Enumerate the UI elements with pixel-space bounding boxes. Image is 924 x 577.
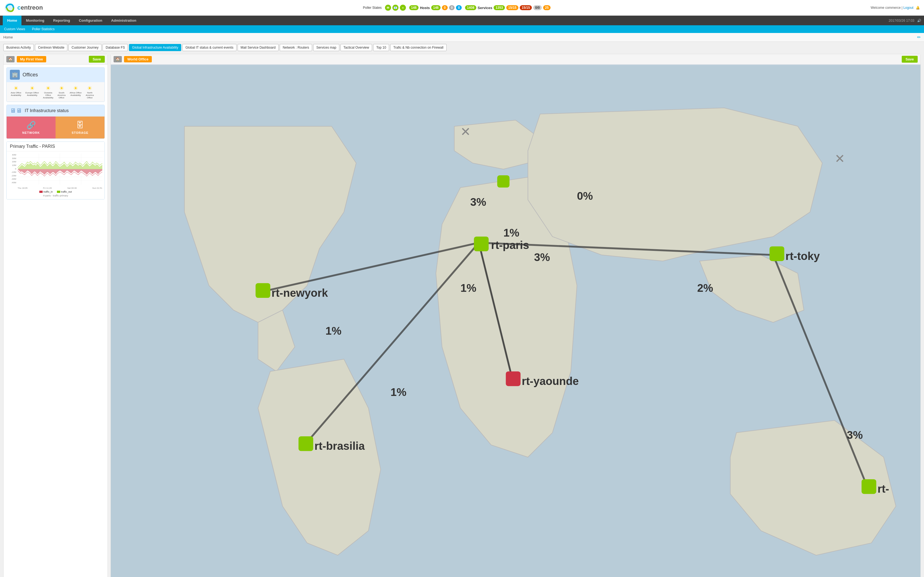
hosts-total-badge: 146 [409, 5, 418, 10]
svg-text:3%: 3% [534, 251, 550, 263]
right-panel-title: World Office [124, 56, 152, 62]
poller-dot-3: ≡ [400, 5, 406, 11]
svg-text:1%: 1% [460, 282, 476, 294]
traffic-title: Primary Traffic - PARIS [10, 144, 55, 149]
offices-widget: 🏢 Offices ☀ Asia OfficeAvailability ☀ Eu… [6, 67, 105, 102]
svg-text:3%: 3% [847, 429, 863, 441]
svg-text:2%: 2% [697, 282, 713, 294]
svg-text:✕: ✕ [835, 152, 845, 165]
logo-text: centreon [17, 4, 43, 11]
office-oceania-icon: ☀ [46, 85, 51, 92]
svg-text:rt-toky: rt-toky [785, 250, 820, 263]
right-panel-save-btn[interactable]: Save [902, 56, 918, 63]
services-green-badge: 1353 [494, 5, 505, 10]
hosts-red-badge: 0 [449, 5, 455, 10]
tab-global-infra[interactable]: Global Infrastructure Availability [129, 44, 181, 51]
office-sa-icon: ☀ [59, 85, 64, 92]
chart-container: 40M 30M 20M 10M 0 -10M -20M -30M -40M [9, 153, 102, 189]
tab-services-map[interactable]: Services map [313, 44, 339, 51]
hosts-blue-badge: 0 [456, 5, 462, 10]
subnav-poller-stats[interactable]: Poller Statistics [31, 27, 56, 32]
services-orange2-badge: 15/15 [520, 5, 532, 10]
logo-icon [4, 2, 15, 13]
office-south-america: ☀ SouthAmericaOffice [58, 85, 65, 99]
tab-network-routers[interactable]: Network : Routers [279, 44, 312, 51]
main-nav: Home Monitoring Reporting Configuration … [0, 16, 924, 25]
it-infra-header: 🖥🖥 IT Infrastructure status [6, 105, 105, 116]
tab-tactical-overview[interactable]: Tactical Overview [341, 44, 372, 51]
chart-svg [18, 153, 102, 185]
main-content: 🏠 My First View Save 🏢 Offices ☀ Asia Of… [0, 51, 924, 577]
office-africa: ☀ Africa OfficeAvailability [69, 85, 81, 99]
bell-icon[interactable]: 🔔 [916, 6, 920, 10]
top-header: centreon Poller States ✉ 📧 ≡ 146 Hosts 1… [0, 0, 924, 16]
network-label: NETWORK [22, 131, 40, 134]
tab-database-fs[interactable]: Database FS [103, 44, 128, 51]
tab-mail-service[interactable]: Mail Service Dashboard [237, 44, 279, 51]
world-map-svg: rt-newyork rt-brasilia rt-paris rt-yaoun… [111, 64, 921, 577]
subnav-custom-views[interactable]: Custom Views [3, 27, 26, 32]
tab-global-it-status[interactable]: Global IT status & current events [183, 44, 236, 51]
nav-reporting[interactable]: Reporting [48, 16, 74, 25]
left-panel-save-btn[interactable]: Save [89, 56, 105, 63]
chart-x-labels: Thu 18:05 Fri 11:20 Sat 06:36 Sun 01:51 [18, 187, 102, 189]
svg-text:rt-: rt- [877, 483, 889, 495]
chart-legend: traffic_in traffic_out [9, 189, 102, 194]
left-panel: 🏠 My First View Save 🏢 Offices ☀ Asia Of… [3, 54, 108, 577]
office-na-label: NorthAmericaOffice [86, 92, 94, 99]
it-box-storage[interactable]: 🗄 STORAGE [55, 116, 105, 139]
tab-traffic-firewall[interactable]: Trafic & Nb connection on Firewall [390, 44, 446, 51]
svg-text:rt-paris: rt-paris [491, 239, 529, 251]
storage-icon: 🗄 [76, 121, 84, 130]
user-info: Welcome commerce | Logout 🔔 [871, 6, 920, 10]
nav-datetime: 2017/03/26 17:03 [889, 19, 914, 23]
traffic-header: Primary Traffic - PARIS [6, 142, 105, 152]
office-oceania: ☀ OceaniaOfficeAvailability [43, 85, 53, 99]
network-icon: 🔗 [26, 121, 36, 130]
tab-centreon-website[interactable]: Centreon Website [35, 44, 67, 51]
chart-subtitle: rt-paris - traffic-primary [9, 194, 102, 197]
office-north-america: ☀ NorthAmericaOffice [86, 85, 94, 99]
offices-header: 🏢 Offices [6, 68, 105, 82]
legend-in-label: traffic_in [44, 190, 53, 193]
legend-out-label: traffic_out [61, 190, 72, 193]
welcome-text: Welcome commerce [871, 6, 901, 10]
svg-text:1%: 1% [391, 386, 407, 398]
right-panel: 🏠 World Office Save [111, 54, 921, 577]
legend-out-color [57, 191, 60, 193]
it-infra-widget: 🖥🖥 IT Infrastructure status 🔗 NETWORK 🗄 … [6, 105, 105, 139]
nav-items: Home Monitoring Reporting Configuration … [3, 16, 141, 25]
legend-in-color [39, 191, 43, 193]
svg-text:3%: 3% [470, 196, 486, 208]
svg-rect-20 [255, 283, 270, 298]
world-map-area: rt-newyork rt-brasilia rt-paris rt-yaoun… [111, 64, 921, 577]
tab-customer-journey[interactable]: Customer Journey [68, 44, 102, 51]
svg-rect-27 [506, 371, 520, 386]
logout-link[interactable]: Logout [903, 6, 914, 10]
left-panel-home-btn[interactable]: 🏠 [6, 56, 15, 62]
office-africa-label: Africa OfficeAvailability [69, 92, 81, 97]
right-panel-body: rt-newyork rt-brasilia rt-paris rt-yaoun… [111, 64, 921, 577]
nav-home[interactable]: Home [3, 16, 21, 25]
tab-business-activity[interactable]: Business Activity [3, 44, 34, 51]
tab-top10[interactable]: Top 10 [373, 44, 389, 51]
right-panel-home-btn[interactable]: 🏠 [113, 56, 122, 62]
svg-rect-29 [769, 247, 784, 261]
it-boxes: 🔗 NETWORK 🗄 STORAGE [6, 116, 105, 139]
right-panel-header: 🏠 World Office Save [111, 54, 921, 64]
nav-administration[interactable]: Administration [107, 16, 141, 25]
svg-text:1%: 1% [326, 325, 342, 337]
svg-text:✕: ✕ [460, 125, 471, 139]
svg-rect-22 [298, 436, 313, 451]
services-orange1-badge: 15/15 [506, 5, 519, 10]
it-box-network[interactable]: 🔗 NETWORK [6, 116, 55, 139]
edit-icon[interactable]: ✏ [917, 35, 921, 40]
poller-dot-2: 📧 [393, 5, 399, 11]
dashboard-tabs: Business Activity Centreon Website Custo… [0, 42, 924, 51]
svg-text:0%: 0% [577, 190, 593, 202]
office-europe-icon: ☀ [30, 85, 35, 92]
traffic-widget: Primary Traffic - PARIS 40M 30M 20M 10M … [6, 142, 105, 200]
logo-area: centreon [4, 2, 43, 13]
nav-configuration[interactable]: Configuration [74, 16, 107, 25]
nav-monitoring[interactable]: Monitoring [21, 16, 48, 25]
